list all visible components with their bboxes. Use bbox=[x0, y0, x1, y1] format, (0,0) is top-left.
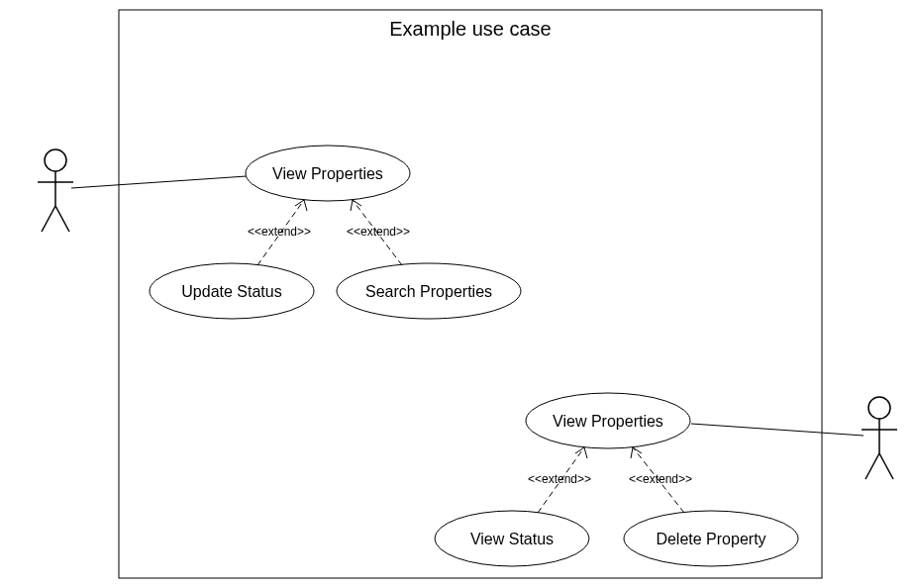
usecase-search-properties-label: Search Properties bbox=[365, 283, 492, 300]
extend-update-status-arrow bbox=[295, 200, 307, 211]
usecase-view-properties-2-label: View Properties bbox=[553, 413, 663, 430]
usecase-update-status-label: Update Status bbox=[181, 283, 281, 300]
actor-right bbox=[862, 397, 897, 479]
use-case-diagram: Example use case View Properties Update … bbox=[0, 0, 915, 588]
svg-line-3 bbox=[42, 206, 55, 232]
usecase-delete-property-label: Delete Property bbox=[656, 531, 765, 547]
extend-search-properties-label: <<extend>> bbox=[347, 225, 410, 239]
svg-point-5 bbox=[868, 397, 890, 419]
extend-view-status-label: <<extend>> bbox=[528, 472, 591, 486]
svg-point-0 bbox=[45, 149, 66, 171]
association-right bbox=[691, 424, 864, 436]
svg-line-9 bbox=[879, 453, 893, 479]
svg-line-8 bbox=[865, 453, 879, 479]
extend-delete-property-label: <<extend>> bbox=[629, 472, 692, 486]
diagram-title: Example use case bbox=[389, 18, 551, 40]
svg-line-4 bbox=[55, 206, 69, 232]
extend-update-status-label: <<extend>> bbox=[248, 225, 311, 239]
association-left bbox=[71, 176, 247, 188]
usecase-view-status-label: View Status bbox=[470, 531, 554, 547]
usecase-view-properties-1-label: View Properties bbox=[272, 165, 383, 182]
extend-view-status-arrow bbox=[575, 447, 587, 458]
actor-left bbox=[38, 149, 73, 232]
